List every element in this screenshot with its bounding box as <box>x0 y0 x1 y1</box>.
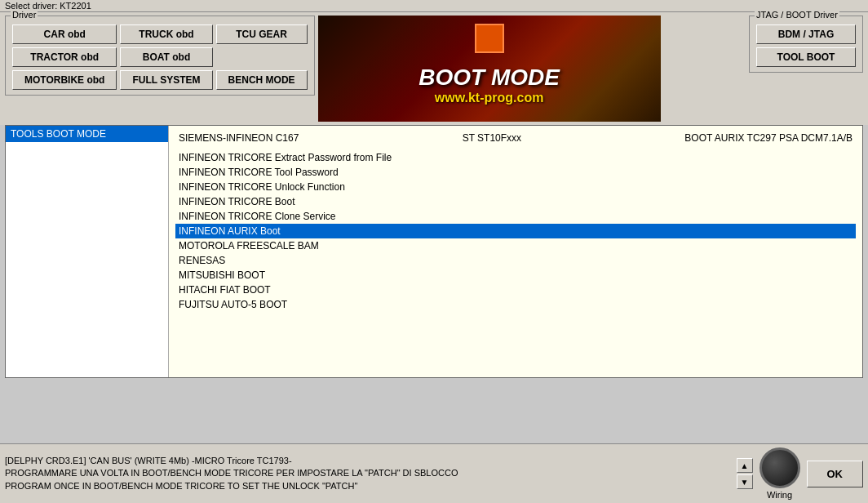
right-panel: SIEMENS-INFINEON C167 ST ST10Fxxx BOOT A… <box>169 126 862 377</box>
scroll-buttons: ▲ ▼ <box>737 458 753 489</box>
truck-obd-button[interactable]: TRUCK obd <box>120 24 212 44</box>
status-line1: [DELPHY CRD3.E1] 'CAN BUS' (WRITE 4Mb) -… <box>5 456 292 465</box>
banner-boot-text: BOOT MODE <box>418 65 560 91</box>
inf-tricore-tool-item[interactable]: INFINEON TRICORE Tool Password <box>175 165 856 180</box>
status-line2: PROGRAMMARE UNA VOLTA IN BOOT/BENCH MODE… <box>5 468 458 478</box>
boot-aurix-header[interactable]: BOOT AURIX TC297 PSA DCM7.1A/B <box>681 131 856 145</box>
full-system-button[interactable]: FULL SYSTEM <box>120 70 212 90</box>
jtag-group-label: JTAG / BOOT Driver <box>755 10 839 20</box>
inf-tricore-boot-item[interactable]: INFINEON TRICORE Boot <box>175 194 856 209</box>
tractor-obd-button[interactable]: TRACTOR obd <box>12 47 117 67</box>
driver-group: Driver CAR obd TRUCK obd TCU GEAR TRACTO… <box>5 16 315 96</box>
tool-boot-button[interactable]: TOOL BOOT <box>756 47 856 67</box>
inf-tricore-unlock-item[interactable]: INFINEON TRICORE Unlock Function <box>175 180 856 194</box>
right-panel-items: INFINEON TRICORE Extract Password from F… <box>175 150 856 312</box>
hitachi-fiat-boot-item[interactable]: HITACHI FIAT BOOT <box>175 283 856 297</box>
renesas-item[interactable]: RENESAS <box>175 253 856 268</box>
inf-tricore-clone-item[interactable]: INFINEON TRICORE Clone Service <box>175 209 856 224</box>
driver-buttons: CAR obd TRUCK obd TCU GEAR TRACTOR obd B… <box>12 24 308 90</box>
wiring-circle-button[interactable] <box>760 447 800 488</box>
banner-icon <box>475 24 504 53</box>
st-st10fxxx-header[interactable]: ST ST10Fxxx <box>459 131 525 145</box>
boat-obd-button[interactable]: BOAT obd <box>120 47 212 67</box>
left-panel: TOOLS BOOT MODE <box>6 126 169 377</box>
car-obd-button[interactable]: CAR obd <box>12 24 117 44</box>
content-area: TOOLS BOOT MODE SIEMENS-INFINEON C167 ST… <box>5 125 863 378</box>
banner-area: BOOT MODE www.kt-prog.com <box>318 16 661 122</box>
bench-mode-button[interactable]: BENCH MODE <box>216 70 308 90</box>
motorbike-obd-button[interactable]: MOTORBIKE obd <box>12 70 117 90</box>
tools-boot-mode-item[interactable]: TOOLS BOOT MODE <box>6 126 168 142</box>
jtag-buttons: BDM / JTAG TOOL BOOT <box>756 24 856 67</box>
top-select-bar: Select driver: KT2201 <box>0 0 868 12</box>
infineon-aurix-boot-item[interactable]: INFINEON AURIX Boot <box>175 224 856 238</box>
status-line3: PROGRAM ONCE IN BOOT/BENCH MODE TRICORE … <box>5 481 357 491</box>
right-panel-header: SIEMENS-INFINEON C167 ST ST10Fxxx BOOT A… <box>175 129 856 150</box>
wiring-label: Wiring <box>767 490 792 500</box>
inf-tricore-extract-item[interactable]: INFINEON TRICORE Extract Password from F… <box>175 150 856 165</box>
banner-url: www.kt-prog.com <box>435 91 544 105</box>
tcu-gear-button[interactable]: TCU GEAR <box>216 24 308 44</box>
driver-group-label: Driver <box>11 10 38 20</box>
bdm-jtag-button[interactable]: BDM / JTAG <box>756 24 856 44</box>
spacer-area <box>0 378 868 411</box>
mitsubishi-boot-item[interactable]: MITSUBISHI BOOT <box>175 268 856 283</box>
status-text: [DELPHY CRD3.E1] 'CAN BUS' (WRITE 4Mb) -… <box>5 455 730 492</box>
motorola-freescale-item[interactable]: MOTOROLA FREESCALE BAM <box>175 238 856 253</box>
fujitsu-auto5-boot-item[interactable]: FUJITSU AUTO-5 BOOT <box>175 297 856 312</box>
scroll-up-button[interactable]: ▲ <box>737 458 753 473</box>
wiring-button-group: Wiring <box>760 447 800 500</box>
banner-background: BOOT MODE www.kt-prog.com <box>318 16 661 122</box>
scroll-down-button[interactable]: ▼ <box>737 474 753 489</box>
siemens-c167-header[interactable]: SIEMENS-INFINEON C167 <box>175 131 302 145</box>
bottom-bar: [DELPHY CRD3.E1] 'CAN BUS' (WRITE 4Mb) -… <box>0 443 868 503</box>
jtag-group: JTAG / BOOT Driver BDM / JTAG TOOL BOOT <box>749 16 863 73</box>
ok-button[interactable]: OK <box>807 461 864 487</box>
